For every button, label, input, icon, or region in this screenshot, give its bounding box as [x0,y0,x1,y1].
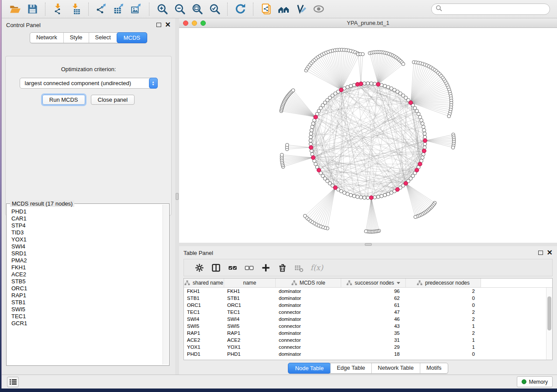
add-button[interactable] [257,261,274,275]
window-close-icon[interactable] [183,21,188,26]
main-toolbar [2,0,557,18]
cell-MCDS-role: dominator [276,330,341,336]
mcds-result-item[interactable]: SWI4 [11,243,162,250]
column-header-shared-name[interactable]: shared name [184,279,224,287]
run-mcds-button[interactable]: Run MCDS [42,95,85,105]
table-row[interactable]: TEC1TEC1connector472 [184,309,546,316]
import-table-button[interactable] [67,2,84,17]
tab-node-table[interactable]: Node Table [288,363,331,374]
cell-shared-name: FKH1 [184,289,224,294]
search-box[interactable] [431,3,550,15]
column-header-MCDS-role[interactable]: MCDS role [276,279,341,287]
export-image-button[interactable] [128,2,145,17]
tab-motifs[interactable]: Motifs [420,363,448,373]
settings-button[interactable] [191,261,208,275]
mcds-result-item[interactable]: TEC1 [11,313,162,320]
close-panel-button[interactable]: Close panel [91,95,135,105]
table-row[interactable]: ACE2ACE2connector311 [184,337,546,344]
table-row[interactable]: STB1STB1dominator620 [184,295,546,302]
column-header-successor-nodes[interactable]: successor nodes [341,279,406,287]
mcds-result-item[interactable]: STP4 [11,222,162,229]
graphics-details-eye-button[interactable] [310,2,327,17]
mcds-result-item[interactable]: STB1 [11,299,162,306]
unselect-all-button[interactable] [241,261,257,275]
zoom-selected-button[interactable] [206,2,223,17]
splitter-grip[interactable] [176,193,179,200]
zoom-fit-button[interactable] [188,2,206,17]
tab-network-table[interactable]: Network Table [371,363,420,373]
table-row[interactable]: YOX1YOX1connector291 [184,344,546,351]
open-file-button[interactable] [6,2,24,17]
mcds-result-list[interactable]: PHD1CAR1STP4TID3YOX1SWI4SRD1PMA2FKH1ACE2… [7,206,162,364]
refresh-button[interactable] [232,2,249,17]
cell-successor-nodes: 43 [341,323,406,329]
toolbar-separator [253,3,253,16]
mcds-result-item[interactable]: PMA2 [11,257,162,264]
search-input[interactable] [443,6,539,13]
graphics-details-eye-icon [313,3,325,15]
float-window-icon[interactable] [538,251,543,255]
save-session-button[interactable] [24,2,41,17]
scrollbar-thumb[interactable] [547,296,551,330]
float-window-icon[interactable] [156,23,161,27]
vertical-splitter[interactable] [175,18,179,375]
table-row[interactable]: SWI4SWI4dominator462 [184,316,546,323]
mcds-result-scrollbar[interactable] [163,205,168,364]
table-row[interactable]: RAP1RAP1dominator352 [184,330,546,337]
horizontal-splitter[interactable] [179,243,557,246]
tab-mcds[interactable]: MCDS [117,32,147,43]
mcds-result-item[interactable]: SWI5 [11,306,162,313]
tab-edge-table[interactable]: Edge Table [330,363,371,373]
network-graph[interactable] [179,28,557,243]
table-row[interactable]: SWI5SWI5connector431 [184,323,546,330]
task-history-button[interactable] [7,377,19,387]
annotation-pen-button[interactable] [292,2,310,17]
window-minimize-icon[interactable] [192,21,197,26]
import-network-button[interactable] [49,2,67,17]
cell-shared-name: PHD1 [184,351,224,357]
column-header-predecessor-nodes[interactable]: predecessor nodes [406,279,481,287]
mcds-result-item[interactable]: ORC1 [11,285,162,292]
show-columns-button[interactable] [208,261,224,275]
cell-name: ORC1 [224,303,276,308]
mcds-result-item[interactable]: CAR1 [11,215,162,222]
table-scrollbar[interactable] [546,288,552,360]
mcds-result-item[interactable]: GCR1 [11,320,162,327]
mcds-result-item[interactable]: RAP1 [11,292,162,299]
cell-predecessor-nodes: 1 [406,323,481,329]
export-table-button[interactable] [110,2,128,17]
network-canvas[interactable] [179,28,557,243]
cell-successor-nodes: 35 [341,330,406,336]
zoom-in-button[interactable] [153,2,171,17]
cell-MCDS-role: connector [276,344,341,350]
tab-style[interactable]: Style [63,33,89,43]
export-network-button[interactable] [93,2,110,17]
mcds-result-item[interactable]: STB5 [11,278,162,285]
zoom-out-button[interactable] [171,2,188,17]
houses-icon [278,3,290,15]
delete-button[interactable] [274,261,291,275]
mcds-result-item[interactable]: YOX1 [11,236,162,243]
close-icon[interactable]: ✕ [547,251,553,255]
table-row[interactable]: PHD1PHD1dominator180 [184,351,546,358]
column-header-name[interactable]: name [224,279,276,287]
add-icon [261,263,271,273]
memory-button[interactable]: Memory [517,376,553,387]
select-all-button[interactable] [224,261,241,275]
mcds-result-item[interactable]: SRD1 [11,250,162,257]
mcds-result-item[interactable]: FKH1 [11,264,162,271]
table-row[interactable]: FKH1FKH1dominator962 [184,288,546,295]
mcds-result-item[interactable]: ACE2 [11,271,162,278]
tab-select[interactable]: Select [89,33,117,43]
mcds-result-item[interactable]: TID3 [11,229,162,236]
table-row[interactable]: ORC1ORC1dominator610 [184,302,546,309]
window-zoom-icon[interactable] [201,21,206,26]
optimization-criterion-select[interactable]: largest connected component (undirected)… [20,78,158,89]
close-icon[interactable]: ✕ [165,23,171,27]
network-window-titlebar: YPA_prune.txt_1 [179,18,557,28]
houses-button[interactable] [275,2,292,17]
splitter-grip[interactable] [365,243,372,246]
new-network-from-selection-button[interactable] [257,2,275,17]
mcds-result-item[interactable]: PHD1 [11,208,162,215]
tab-network[interactable]: Network [30,33,63,43]
